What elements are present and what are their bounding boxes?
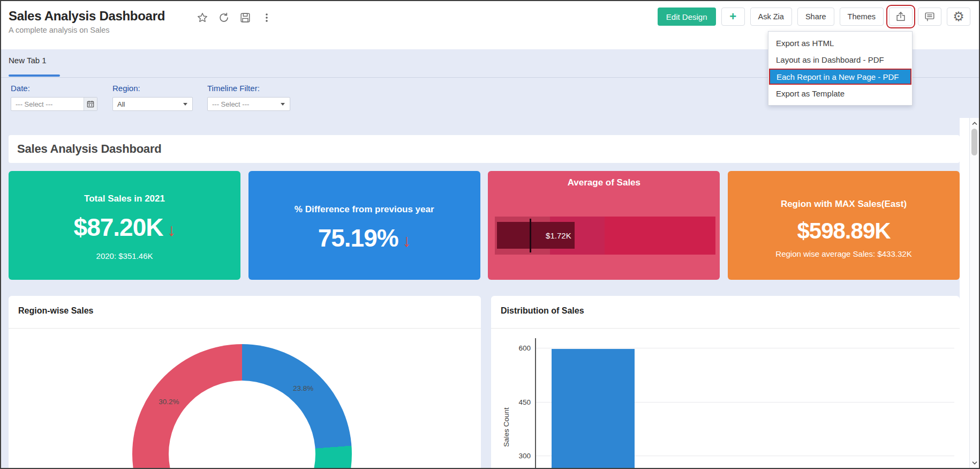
chart-title: Distribution of Sales: [501, 306, 584, 316]
bullet-measure-bar: $1.72K: [497, 222, 574, 249]
y-axis-line: [535, 338, 536, 469]
trend-down-arrow-icon: ↓: [403, 231, 411, 250]
kpi-subtext: 2020: $351.46K: [9, 251, 240, 260]
header-toolbar: [196, 11, 273, 24]
kpi-title: Total Sales in 2021: [9, 193, 240, 204]
kpi-title: Average of Sales: [488, 177, 720, 188]
filter-group: Date:--- Select ---: [11, 84, 97, 111]
bar: [552, 349, 635, 469]
caret-glyph: [281, 103, 285, 106]
kpi-subtext: Region wise average Sales: $433.32K: [728, 249, 960, 258]
share-button[interactable]: Share: [797, 8, 834, 26]
header-actions: Edit Design + Ask Zia Share Themes ⚙: [658, 8, 970, 26]
y-tick-label: 300: [504, 452, 531, 460]
kpi-value-text: $87.20K: [74, 213, 163, 241]
filter-value: --- Select ---: [11, 100, 52, 108]
export-button[interactable]: [889, 8, 913, 26]
export-menu-item[interactable]: Export as Template: [768, 85, 912, 102]
export-menu-item[interactable]: Each Report in a New Page - PDF: [769, 69, 911, 85]
settings-gear-icon: ⚙: [953, 10, 964, 23]
filter-group: Region:All: [112, 84, 193, 111]
settings-button[interactable]: ⚙: [947, 8, 970, 26]
filter-label: Timeline Filter:: [207, 84, 290, 93]
filter-select[interactable]: All: [112, 97, 193, 111]
filter-label: Date:: [11, 84, 97, 93]
refresh-icon[interactable]: [217, 11, 230, 24]
page-subtitle: A complete analysis on Sales: [9, 26, 110, 34]
themes-button[interactable]: Themes: [840, 8, 884, 26]
donut-slice-label: 23.8%: [293, 384, 313, 392]
y-tick-label: 450: [504, 398, 531, 406]
caret-glyph: [183, 103, 187, 106]
scroll-up-arrow-icon[interactable]: [970, 120, 979, 127]
chart-title: Region-wise Sales: [18, 306, 94, 316]
page-title: Sales Analysis Dashboard: [9, 9, 165, 24]
kpi-value: 75.19%↓: [248, 224, 480, 252]
bullet-chart: $1.72K: [495, 217, 715, 255]
export-menu: Export as HTMLLayout as in Dashboard - P…: [768, 31, 913, 106]
card-divider: [491, 328, 960, 329]
workspace: New Tab 1 Date:--- Select ---Region:AllT…: [1, 49, 979, 468]
kpi-card-region-max-sales: Region with MAX Sales(East)$598.89KRegio…: [728, 171, 960, 280]
calendar-icon: [84, 98, 97, 110]
bullet-target-line: [530, 219, 531, 252]
kpi-card-average-of-sales: Average of Sales$1.72K: [488, 171, 720, 280]
kpi-value: $87.20K↓: [9, 213, 240, 242]
gridline: [536, 348, 954, 348]
dashboard-title-strip: Sales Analysis Dashboard: [9, 135, 960, 163]
app-window: Sales Analysis Dashboard A complete anal…: [0, 0, 980, 469]
kpi-value-text: $598.89K: [797, 218, 890, 243]
save-icon[interactable]: [239, 11, 252, 24]
kpi-title: % Difference from previous year: [248, 204, 480, 215]
comment-icon: [924, 11, 936, 23]
filter-group: Timeline Filter:--- Select ---: [207, 84, 290, 111]
filter-value: --- Select ---: [208, 100, 249, 108]
export-menu-item[interactable]: Layout as in Dashboard - PDF: [768, 51, 912, 68]
export-menu-item[interactable]: Export as HTML: [768, 35, 912, 51]
filter-value: All: [113, 100, 125, 108]
kpi-title: Region with MAX Sales(East): [728, 199, 960, 210]
add-tab-button[interactable]: +: [721, 8, 745, 26]
y-axis-label: Sales Count: [502, 407, 510, 447]
bullet-band: [605, 217, 716, 255]
kpi-card-pct-difference: % Difference from previous year75.19%↓: [248, 171, 480, 280]
page-edge: [960, 118, 969, 468]
filter-label: Region:: [112, 84, 193, 93]
donut-slice-label: 30.2%: [159, 398, 179, 406]
card-divider: [9, 328, 481, 329]
y-tick-label: 600: [504, 344, 531, 352]
caret-down-icon: [179, 98, 192, 110]
ask-zia-button[interactable]: Ask Zia: [750, 8, 792, 26]
kpi-row: Total Sales in 2021$87.20K↓2020: $351.46…: [9, 171, 960, 280]
kpi-value-text: 75.19%: [318, 224, 398, 252]
distribution-of-sales-card: Distribution of Sales Sales Count 600450…: [491, 296, 960, 469]
export-icon: [895, 11, 907, 23]
filter-select[interactable]: --- Select ---: [11, 97, 97, 111]
scrollbar-thumb[interactable]: [971, 129, 977, 155]
caret-down-icon: [277, 98, 290, 110]
region-wise-sales-card: Region-wise Sales 23.8%30.2%: [9, 296, 481, 469]
kpi-card-total-sales-2021: Total Sales in 2021$87.20K↓2020: $351.46…: [9, 171, 240, 280]
edit-design-button[interactable]: Edit Design: [658, 8, 716, 26]
scroll-down-arrow-icon[interactable]: [970, 459, 979, 466]
dashboard-title: Sales Analysis Dashboard: [9, 135, 960, 163]
filter-select[interactable]: --- Select ---: [207, 97, 290, 111]
trend-down-arrow-icon: ↓: [167, 220, 175, 240]
star-icon[interactable]: [196, 11, 209, 24]
comments-button[interactable]: [918, 8, 941, 26]
vertical-scrollbar[interactable]: [969, 118, 979, 468]
kebab-menu-icon[interactable]: [260, 11, 273, 24]
donut-chart: [132, 344, 352, 469]
kpi-value: $598.89K: [728, 218, 960, 244]
bullet-value-label: $1.72K: [546, 231, 575, 240]
